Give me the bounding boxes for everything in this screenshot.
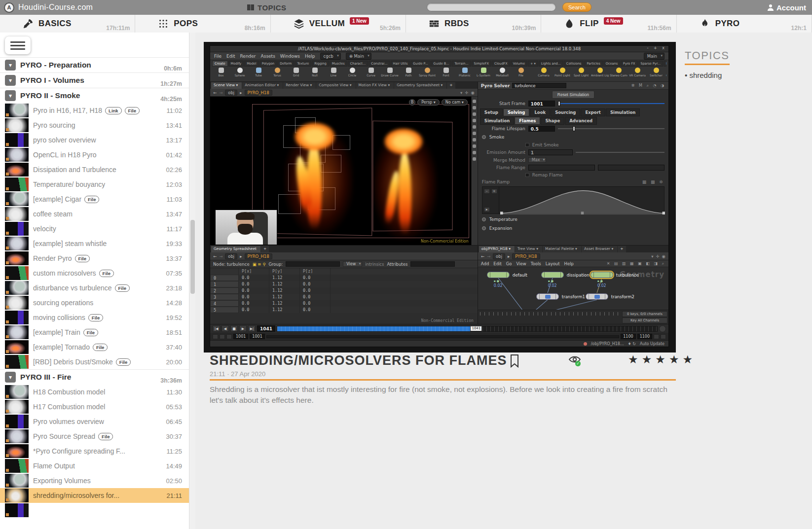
reset-simulation-button[interactable]: Reset Simulation: [552, 91, 594, 99]
persp-selector[interactable]: Persp ▾: [417, 99, 440, 106]
network-tab[interactable]: Material Palette ▾: [543, 246, 581, 252]
star-icon[interactable]: ★: [655, 353, 669, 366]
param-subtab-simulation[interactable]: Simulation: [480, 117, 514, 125]
sidebar-section-header[interactable]: ▾PYRO I - Volumes1h:27m: [0, 72, 189, 88]
timeline-track[interactable]: 1041: [277, 326, 658, 332]
node-dissipation[interactable]: [541, 272, 564, 278]
netmenu-tools[interactable]: Tools: [531, 261, 541, 266]
shelf-tool-stereo-camera[interactable]: Stereo Camera: [610, 67, 627, 77]
watched-toggle[interactable]: ✓: [568, 355, 581, 366]
flame-range-min[interactable]: [528, 165, 595, 171]
param-tab-sourcing[interactable]: Sourcing: [551, 108, 580, 116]
emit-smoke-checkbox[interactable]: [525, 143, 529, 147]
pane-tab-render-view[interactable]: Render View ▾: [283, 82, 316, 89]
shelf-tab[interactable]: CloudFX: [492, 61, 510, 67]
path-root[interactable]: obj: [225, 90, 237, 96]
shelf-tool-path[interactable]: Path: [400, 67, 417, 77]
param-tab-export[interactable]: Export: [581, 108, 605, 116]
shelf-tab[interactable]: Volume: [511, 61, 527, 67]
param-tab-look[interactable]: Look: [530, 108, 550, 116]
lesson-list-item[interactable]: [example] CigarFile11:03: [0, 192, 189, 207]
spreadsheet-row[interactable]: 40.01.120.0: [210, 300, 478, 307]
netmenu-go[interactable]: Go: [506, 261, 512, 266]
shelf-tab[interactable]: Collisions: [564, 61, 584, 67]
spreadsheet-row[interactable]: 00.01.120.0: [210, 275, 478, 281]
param-tab-solving[interactable]: Solving: [503, 108, 529, 116]
param-tab-setup[interactable]: Setup: [480, 108, 503, 116]
lesson-list-item[interactable]: [RBD] Debris Dust/SmokeFile20:00: [0, 354, 189, 369]
range-start-field[interactable]: 1001: [233, 334, 248, 339]
account-button[interactable]: Account: [767, 0, 806, 15]
playback-skip-button[interactable]: |◀: [213, 325, 220, 332]
forward-icon[interactable]: →: [219, 90, 222, 95]
shelf-tool-switcher[interactable]: Switcher: [647, 67, 665, 77]
shelf-tool-spray-paint[interactable]: Spray Paint: [418, 67, 436, 77]
shelf-tool-circle[interactable]: Circle: [343, 67, 361, 77]
shelf-tab[interactable]: Muscles: [330, 61, 347, 67]
shelf-tool-torus[interactable]: Torus: [268, 67, 286, 77]
search-button[interactable]: Search: [562, 2, 591, 12]
nav-tab-pops[interactable]: POPS8h:16m: [135, 15, 270, 33]
viewport-toolbar[interactable]: [471, 97, 478, 245]
shelf-tool-camera[interactable]: Camera: [535, 67, 553, 77]
view-select[interactable]: View: [343, 261, 362, 267]
lesson-list-item[interactable]: Pyro Source SpreadFile30:37: [0, 429, 189, 444]
lesson-list-item[interactable]: *Pyro Configure spreading F...11:25: [0, 444, 189, 458]
desktop-select[interactable]: cgcb: [320, 53, 341, 60]
shelf-tab-add[interactable]: + ▾: [528, 61, 538, 67]
shelf-tab[interactable]: Model: [244, 61, 259, 67]
emission-amount-field[interactable]: 1: [528, 149, 573, 155]
param-subtab-advanced[interactable]: Advanced: [565, 117, 597, 125]
current-frame-field[interactable]: 1041: [257, 325, 275, 332]
range-end-field[interactable]: 1100: [621, 334, 635, 339]
flame-lifespan-slider[interactable]: [558, 128, 664, 129]
shelf-tab[interactable]: FEM: [664, 61, 666, 67]
flame-ramp-editor[interactable]: – + ▸: [482, 186, 664, 214]
spreadsheet-row[interactable]: 50.01.120.0: [210, 307, 478, 313]
lesson-list-item[interactable]: H18 Combustion model11:30: [0, 385, 189, 399]
shelf-tab[interactable]: Modify: [228, 61, 244, 67]
node-transform2[interactable]: [586, 293, 608, 300]
lesson-list-item[interactable]: Exporting Volumes02:50: [0, 473, 189, 488]
shelf-tool-file[interactable]: File: [512, 67, 530, 77]
hamburger-menu-button[interactable]: [5, 36, 31, 54]
lesson-list-item[interactable]: disturbance vs turbulenceFile23:18: [0, 281, 189, 295]
shelf-tool-l-system[interactable]: L-System: [475, 67, 492, 77]
remap-flame-checkbox[interactable]: [525, 173, 529, 177]
shelf-tab[interactable]: Charact...: [348, 61, 369, 67]
key-all-channels-button[interactable]: Key All Channels: [622, 317, 667, 323]
right-main-select[interactable]: Main: [644, 53, 664, 60]
shelf-tool-draw-curve[interactable]: Draw Curve: [381, 67, 399, 77]
netmenu-view[interactable]: View: [517, 261, 526, 266]
lesson-list-item[interactable]: Pyro volumes overview06:45: [0, 414, 189, 429]
flame-lifespan-field[interactable]: 0.5: [528, 126, 555, 132]
shelf-tab[interactable]: Deform: [277, 61, 294, 67]
menu-help[interactable]: Help: [305, 54, 315, 59]
star-icon[interactable]: ★: [628, 353, 642, 366]
shelf-tab[interactable]: Terrain...: [452, 61, 471, 67]
menu-render[interactable]: Render: [240, 54, 256, 59]
lesson-list-item[interactable]: H17 Combustion model05:53: [0, 399, 189, 414]
shelf-tab[interactable]: Particles: [584, 61, 602, 67]
nav-tab-rbds[interactable]: RBDS10h:39m: [406, 15, 541, 33]
lesson-list-item[interactable]: shredding/microsolvers for...21:11: [0, 488, 189, 503]
shelf-tab[interactable]: Rigging: [312, 61, 329, 67]
shelf-tab[interactable]: Pyro FX: [621, 61, 638, 67]
netmenu-edit[interactable]: Edit: [493, 261, 501, 266]
camera-selector[interactable]: No cam ▾: [442, 99, 468, 106]
param-subtab-flames[interactable]: Flames: [515, 117, 540, 125]
range-end2-field[interactable]: 1100: [637, 334, 652, 339]
playback-play-button[interactable]: ▶: [239, 325, 247, 332]
shelf-tool-spot-light[interactable]: Spot Light: [572, 67, 590, 77]
playback-skip-button[interactable]: ▶|: [248, 325, 256, 332]
shelf-tool-line[interactable]: Line: [325, 67, 342, 77]
scrollbar-thumb[interactable]: [190, 220, 195, 294]
star-icon[interactable]: ★: [683, 353, 697, 366]
lesson-list-item[interactable]: [0, 503, 189, 518]
auto-update-toggle[interactable]: Auto Update: [640, 342, 664, 346]
shelf-tool-metaball[interactable]: Metaball: [493, 67, 511, 77]
star-icon[interactable]: ★: [642, 353, 656, 366]
nav-tab-vellum[interactable]: VELLUM1 New5h:26m: [271, 15, 406, 33]
lesson-list-item[interactable]: moving collisionsFile19:52: [0, 310, 189, 325]
attributes-input[interactable]: [410, 261, 455, 267]
